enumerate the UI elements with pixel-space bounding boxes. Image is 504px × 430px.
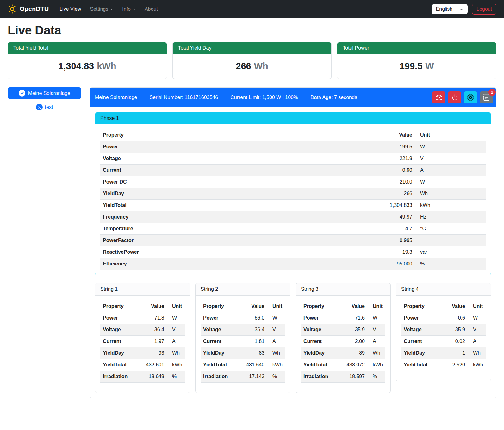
property-cell: Temperature (100, 223, 289, 235)
table-row: ReactivePower19.3var (100, 246, 486, 258)
value-cell: 0.02 (442, 336, 468, 347)
check-circle-icon (19, 90, 25, 97)
value-cell: 18.597 (338, 371, 367, 383)
nav-item-info[interactable]: Info (118, 4, 140, 15)
inverter-serial: Serial Number: 116171603546 (149, 95, 218, 100)
sidebar-item-test[interactable]: test (8, 104, 81, 110)
nav-item-about[interactable]: About (141, 4, 162, 15)
unit-cell: kWh (167, 359, 185, 371)
table-row: Power71.8W (100, 312, 185, 324)
property-cell: Voltage (100, 153, 289, 165)
value-cell: 71.8 (138, 312, 167, 324)
table-row: Voltage35.9V (301, 324, 385, 336)
value-cell: 0.90 (289, 165, 415, 176)
value-cell: 66.0 (238, 312, 267, 324)
value-cell: 19.3 (289, 246, 415, 258)
table-row: Irradiation18.649% (100, 371, 185, 383)
event-count-badge: 2 (488, 89, 496, 96)
phase-table: PropertyValueUnitPower199.5WVoltage221.9… (100, 129, 486, 270)
unit-cell: V (415, 153, 486, 165)
card-title: Total Yield Day (173, 42, 332, 54)
nav-item-live-view[interactable]: Live View (56, 4, 85, 15)
table-row: Current0.02A (401, 336, 486, 347)
inverter-limit: Current Limit: 1,500 W | 100% (230, 95, 298, 100)
column-header: Value (338, 301, 367, 312)
unit-cell: A (267, 336, 285, 347)
property-cell: Current (301, 336, 338, 347)
property-cell: Current (100, 336, 138, 347)
table-row: YieldTotal431.640kWh (201, 359, 285, 371)
table-row: Voltage35.9V (401, 324, 486, 336)
property-cell: YieldDay (301, 347, 338, 359)
unit-cell: Hz (415, 211, 486, 223)
chevron-down-icon (459, 7, 464, 11)
column-header: Property (201, 301, 238, 312)
property-cell: Efficiency (100, 258, 289, 270)
total-power-card: Total Power 199.5W (337, 42, 496, 79)
language-select[interactable]: English (432, 4, 468, 14)
navbar-right: English Logout (432, 4, 496, 15)
unit-cell: W (167, 312, 185, 324)
string-2-table: PropertyValueUnitPower66.0WVoltage36.4VC… (201, 301, 285, 383)
card-value: 266 (236, 61, 251, 71)
column-header: Value (238, 301, 267, 312)
unit-cell: W (415, 176, 486, 188)
value-cell: 1,304.833 (289, 200, 415, 211)
card-value: 199.5 (400, 61, 423, 71)
unit-cell (415, 235, 486, 246)
card-unit: W (425, 61, 434, 71)
unit-cell: kWh (367, 359, 385, 371)
nav-item-settings[interactable]: Settings (86, 4, 117, 15)
value-cell: 2.00 (338, 336, 367, 347)
brand-link[interactable]: OpenDTU (8, 4, 49, 14)
value-cell: 432.601 (138, 359, 167, 371)
gauge-icon (436, 94, 442, 101)
event-log-button[interactable]: 2 (480, 91, 493, 103)
string-4-table: PropertyValueUnitPower0.6WVoltage35.9VCu… (401, 301, 486, 371)
table-row: Power0.6W (401, 312, 486, 324)
unit-cell: Wh (167, 347, 185, 359)
device-info-button[interactable] (464, 91, 477, 103)
property-cell: YieldTotal (401, 359, 442, 371)
logout-button[interactable]: Logout (472, 4, 496, 15)
property-cell: YieldDay (100, 188, 289, 200)
table-row: Efficiency95.000% (100, 258, 486, 270)
property-cell: YieldDay (100, 347, 138, 359)
value-cell: 438.072 (338, 359, 367, 371)
string-4-card: String 4 PropertyValueUnitPower0.6WVolta… (396, 283, 491, 381)
limit-settings-button[interactable] (432, 91, 445, 103)
power-button[interactable] (448, 91, 461, 103)
unit-cell: % (415, 258, 486, 270)
cpu-icon (467, 94, 474, 101)
value-cell: 1.97 (138, 336, 167, 347)
table-row: Voltage221.9V (100, 153, 486, 165)
total-yield-day-card: Total Yield Day 266Wh (172, 42, 332, 79)
property-cell: YieldTotal (100, 200, 289, 211)
unit-cell: W (267, 312, 285, 324)
unit-cell: Wh (267, 347, 285, 359)
column-header: Property (301, 301, 338, 312)
unit-cell: A (167, 336, 185, 347)
table-row: Temperature4.7°C (100, 223, 486, 235)
value-cell: 71.6 (338, 312, 367, 324)
unit-cell: % (267, 371, 285, 383)
sidebar-item-meine-solaranlage[interactable]: Meine Solaranlage (8, 87, 81, 99)
unit-cell: W (468, 312, 486, 324)
property-cell: YieldTotal (100, 359, 138, 371)
unit-cell: % (167, 371, 185, 383)
column-header: Value (289, 129, 415, 141)
value-cell: 210.0 (289, 176, 415, 188)
column-header: Unit (167, 301, 185, 312)
value-cell: 89 (338, 347, 367, 359)
unit-cell: W (415, 141, 486, 153)
column-header: Unit (415, 129, 486, 141)
value-cell: 17.143 (238, 371, 267, 383)
table-row: PowerFactor0.995 (100, 235, 486, 246)
table-row: YieldTotal438.072kWh (301, 359, 385, 371)
string-card-title: String 2 (196, 283, 290, 296)
value-cell: 83 (238, 347, 267, 359)
unit-cell: var (415, 246, 486, 258)
chevron-down-icon (133, 9, 136, 10)
property-cell: Voltage (201, 324, 238, 336)
property-cell: YieldDay (201, 347, 238, 359)
